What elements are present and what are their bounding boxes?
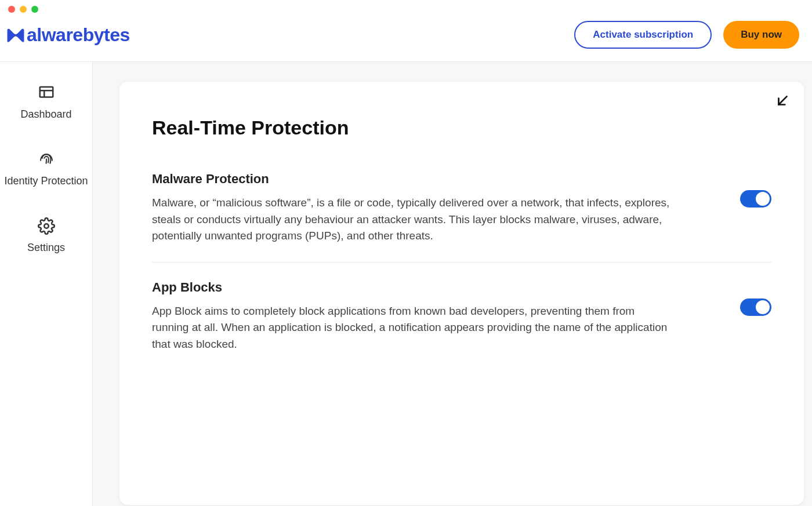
body-area: Dashboard Identity Protection Settings [0,62,812,506]
top-bar: alwarebytes Activate subscription Buy no… [0,16,812,62]
sidebar-item-identity-protection[interactable]: Identity Protection [0,151,92,188]
setting-description: App Block aims to completely block appli… [152,303,674,353]
malware-protection-toggle[interactable] [740,190,771,208]
sidebar-item-label: Settings [27,241,65,255]
gear-icon [38,217,55,235]
app-logo: alwarebytes [6,24,130,46]
malwarebytes-logo-icon [6,26,26,43]
activate-subscription-button[interactable]: Activate subscription [574,21,712,49]
sidebar-item-settings[interactable]: Settings [0,217,92,255]
collapse-arrow-icon[interactable] [775,93,790,108]
setting-title: Malware Protection [152,172,705,187]
real-time-protection-panel: Real-Time Protection Malware Protection … [119,82,804,505]
fingerprint-icon [38,151,55,168]
app-blocks-toggle[interactable] [740,298,771,316]
setting-description: Malware, or “malicious software”, is a f… [152,195,674,245]
sidebar-item-dashboard[interactable]: Dashboard [0,84,92,122]
svg-line-4 [779,96,787,104]
sidebar: Dashboard Identity Protection Settings [0,62,93,506]
window-controls [0,0,812,16]
svg-point-3 [44,224,49,229]
setting-row-malware-protection: Malware Protection Malware, or “maliciou… [152,172,771,262]
window-minimize-icon[interactable] [20,6,27,13]
app-logo-text: alwarebytes [27,24,130,46]
setting-title: App Blocks [152,280,705,295]
sidebar-item-label: Dashboard [20,107,71,122]
panel-title: Real-Time Protection [152,117,771,139]
dashboard-icon [38,84,55,101]
window-close-icon[interactable] [8,6,15,13]
svg-rect-0 [39,87,53,97]
content-wrap: Real-Time Protection Malware Protection … [93,62,812,506]
setting-row-app-blocks: App Blocks App Block aims to completely … [152,262,771,370]
setting-text: App Blocks App Block aims to completely … [152,280,705,353]
sidebar-item-label: Identity Protection [4,174,88,188]
setting-text: Malware Protection Malware, or “maliciou… [152,172,705,245]
top-actions: Activate subscription Buy now [574,21,799,49]
window-zoom-icon[interactable] [31,6,38,13]
buy-now-button[interactable]: Buy now [723,21,799,49]
